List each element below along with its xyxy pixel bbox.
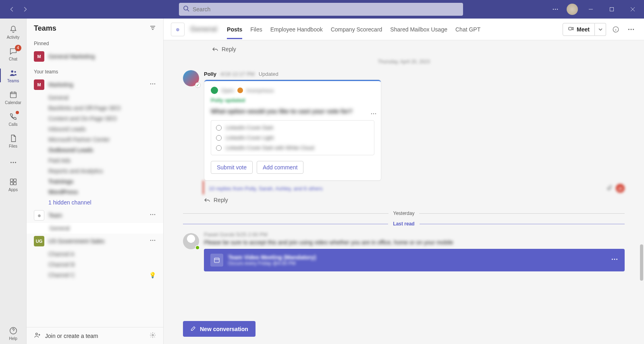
- calls-dot-icon: [16, 111, 19, 114]
- svg-point-20: [152, 214, 153, 215]
- reply-icon: [212, 46, 218, 52]
- rail-files[interactable]: Files: [0, 130, 27, 152]
- window-minimize-button[interactable]: [583, 3, 599, 16]
- post-status: Updated: [259, 71, 278, 77]
- reply-link[interactable]: Reply: [204, 194, 625, 206]
- svg-point-10: [15, 162, 16, 163]
- team-row[interactable]: M Marketing: [27, 77, 163, 92]
- teams-panel: Teams Pinned M General Marketing Your te…: [27, 19, 164, 344]
- channel-row[interactable]: Trainings: [27, 176, 163, 187]
- rail-apps[interactable]: Apps: [0, 173, 27, 195]
- new-conversation-button[interactable]: New conversation: [183, 321, 256, 337]
- video-icon: [568, 25, 574, 33]
- channel-row[interactable]: General: [27, 92, 163, 103]
- rail-teams[interactable]: Teams: [0, 65, 27, 86]
- rail-label: Apps: [8, 188, 18, 192]
- channel-row[interactable]: Paid Ads: [27, 155, 163, 166]
- post-text: Please be sure to accept this and join u…: [204, 239, 625, 246]
- svg-point-19: [150, 214, 151, 215]
- poll-question: What option would you like to cast your …: [211, 107, 374, 115]
- channel-header: ◎ General Posts Files Employee Handbook …: [164, 19, 644, 40]
- search-box[interactable]: [179, 3, 463, 16]
- panel-title: Teams: [34, 24, 56, 33]
- svg-rect-7: [10, 92, 16, 98]
- window-close-button[interactable]: [625, 3, 641, 16]
- info-button[interactable]: [610, 24, 621, 35]
- window-maximize-button[interactable]: [604, 3, 620, 16]
- presence-icon: [195, 245, 200, 250]
- meeting-more-button[interactable]: [611, 256, 618, 265]
- channel-row[interactable]: Channel B: [27, 259, 163, 270]
- reply-link[interactable]: Reply: [183, 44, 625, 55]
- svg-point-36: [612, 259, 613, 260]
- team-row[interactable]: ◎ Team: [27, 208, 163, 223]
- team-name: General Marketing: [48, 53, 95, 60]
- hidden-channels-link[interactable]: 1 hidden channel: [27, 197, 163, 208]
- team-more-button[interactable]: [150, 211, 156, 219]
- user-avatar[interactable]: [567, 4, 578, 15]
- rail-more[interactable]: [0, 152, 27, 173]
- pinned-team-row[interactable]: M General Marketing: [27, 49, 163, 64]
- svg-point-23: [152, 240, 153, 241]
- nav-back-button[interactable]: [6, 4, 18, 15]
- poll-option[interactable]: LinkedIn Cover Light: [216, 135, 369, 141]
- filter-button[interactable]: [150, 25, 156, 33]
- rail-calls[interactable]: Calls: [0, 108, 27, 130]
- channel-row[interactable]: Channel A: [27, 249, 163, 259]
- rail-calendar[interactable]: Calendar: [0, 86, 27, 108]
- lightbulb-icon: 💡: [149, 272, 156, 278]
- channel-row[interactable]: Microsoft Partner Center: [27, 134, 163, 145]
- channel-row[interactable]: Outbound Leads: [27, 145, 163, 155]
- svg-point-2: [555, 9, 556, 10]
- channel-avatar: ◎: [171, 23, 185, 36]
- settings-button[interactable]: [150, 332, 156, 340]
- channel-row[interactable]: Channel C💡: [27, 270, 163, 280]
- poll-updated-label: Polly updated: [211, 97, 374, 103]
- poll-card: Open Anonymous Polly updated What option…: [204, 79, 381, 181]
- nav-forward-button[interactable]: [19, 4, 31, 15]
- phone-icon: [8, 112, 18, 121]
- posts-scroll[interactable]: Reply Thursday, April 20, 2023 ✓ Polly 4…: [164, 40, 644, 344]
- search-input[interactable]: [193, 6, 459, 13]
- channel-row[interactable]: WordPress: [27, 187, 163, 197]
- tab-company-scorecard[interactable]: Company Scorecard: [331, 20, 382, 39]
- user-avatar: [183, 233, 199, 249]
- meet-button[interactable]: Meet: [563, 23, 595, 36]
- channel-row[interactable]: Content and On-Page SEO: [27, 113, 163, 124]
- svg-point-25: [36, 333, 38, 335]
- radio-icon: [216, 125, 222, 131]
- tab-files[interactable]: Files: [250, 20, 262, 39]
- poll-more-button[interactable]: [370, 110, 377, 119]
- channel-row[interactable]: Inbound Leads: [27, 124, 163, 134]
- rail-label: Calendar: [5, 100, 21, 105]
- help-icon: [8, 326, 18, 336]
- tab-chat-gpt[interactable]: Chat GPT: [455, 20, 480, 39]
- poll-option[interactable]: LinkedIn Cover Dark with White Cloud: [216, 145, 369, 151]
- team-row[interactable]: UG US Government Sales: [27, 234, 163, 249]
- channel-row[interactable]: Reports and Analytics: [27, 166, 163, 176]
- replies-summary-link[interactable]: 10 replies from Polly, Sarah, Ashley, an…: [203, 181, 625, 194]
- rail-chat[interactable]: 4 Chat: [0, 43, 27, 65]
- team-avatar: M: [34, 79, 44, 90]
- meet-dropdown-button[interactable]: [595, 23, 606, 36]
- titlebar: [0, 0, 644, 19]
- more-options-button[interactable]: [549, 3, 562, 16]
- team-more-button[interactable]: [150, 237, 156, 245]
- meeting-card[interactable]: Team Video Meeting (Mandatory) Occurs ev…: [204, 249, 625, 271]
- scrollbar-thumb[interactable]: [640, 244, 643, 281]
- rail-help[interactable]: Help: [0, 322, 27, 344]
- teams-footer: Join or create a team: [27, 327, 163, 344]
- tab-shared-mailbox-usage[interactable]: Shared Mailbox Usage: [390, 20, 447, 39]
- tab-posts[interactable]: Posts: [227, 20, 242, 39]
- poll-option[interactable]: LinkedIn Cover Dark: [216, 125, 369, 131]
- add-comment-button[interactable]: Add comment: [257, 161, 303, 174]
- tab-employee-handbook[interactable]: Employee Handbook: [270, 20, 323, 39]
- team-more-button[interactable]: [150, 81, 156, 89]
- rail-activity[interactable]: Activity: [0, 21, 27, 43]
- channel-row[interactable]: Backlinks and Off-Page SEO: [27, 103, 163, 113]
- channel-more-button[interactable]: [625, 24, 637, 35]
- join-create-link[interactable]: Join or create a team: [45, 333, 98, 339]
- submit-vote-button[interactable]: Submit vote: [211, 161, 253, 174]
- rail-label: Calls: [8, 122, 17, 127]
- channel-row[interactable]: General: [27, 223, 163, 234]
